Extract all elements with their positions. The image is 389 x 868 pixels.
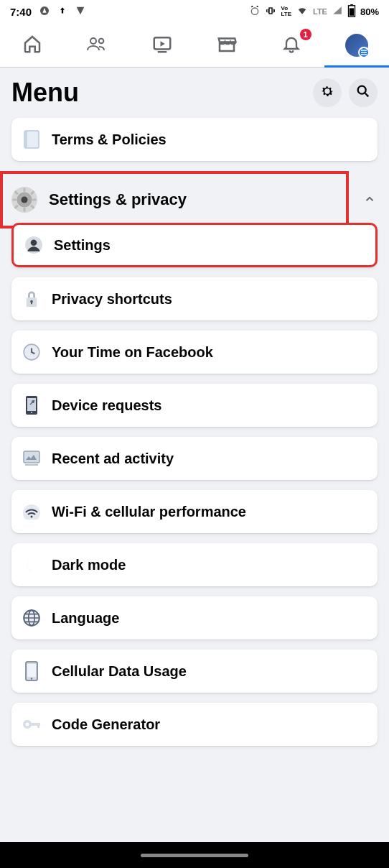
moon-icon <box>22 555 42 575</box>
tab-notifications[interactable]: 1 <box>259 23 324 67</box>
svg-point-6 <box>90 38 96 44</box>
alarm-icon <box>249 5 261 19</box>
search-icon <box>355 83 371 102</box>
svg-point-7 <box>99 38 104 43</box>
clock-icon <box>22 342 42 362</box>
wifi-icon <box>296 6 309 18</box>
globe-icon <box>22 608 42 628</box>
bell-icon <box>281 34 301 57</box>
language-label: Language <box>52 610 119 627</box>
svg-rect-25 <box>31 302 32 305</box>
ad-icon <box>22 448 42 468</box>
key-icon <box>22 714 42 734</box>
settings-icon <box>24 235 44 255</box>
privacy-shortcuts-label: Privacy shortcuts <box>52 291 172 308</box>
svg-rect-20 <box>30 190 34 195</box>
tab-friends[interactable] <box>65 23 129 67</box>
svg-rect-2 <box>269 8 272 14</box>
tab-watch[interactable] <box>130 23 194 67</box>
recent-ad-item[interactable]: Recent ad activity <box>11 437 378 480</box>
nav-pill[interactable] <box>141 854 248 857</box>
notif-badge: 1 <box>300 29 311 40</box>
friends-icon <box>85 33 108 57</box>
avatar <box>345 34 368 57</box>
network-type-label: LTE <box>313 7 327 16</box>
device-requests-item[interactable]: Device requests <box>11 384 378 427</box>
svg-rect-13 <box>24 188 26 193</box>
svg-rect-28 <box>27 398 36 411</box>
lock-icon <box>22 289 42 309</box>
status-app-icon-2 <box>75 5 86 19</box>
tab-menu[interactable] <box>324 23 389 67</box>
signal-icon <box>332 6 343 18</box>
cellular-icon <box>22 661 42 681</box>
svg-rect-38 <box>27 664 36 677</box>
svg-point-12 <box>22 197 28 203</box>
tab-bar: 1 <box>0 23 389 68</box>
wifi-cellular-label: Wi-Fi & cellular performance <box>52 504 246 520</box>
gear-icon <box>319 83 335 102</box>
svg-rect-19 <box>14 205 19 209</box>
svg-point-29 <box>31 412 32 413</box>
marketplace-icon <box>216 33 238 57</box>
svg-rect-43 <box>37 723 39 728</box>
privacy-shortcuts-item[interactable]: Privacy shortcuts <box>11 277 378 320</box>
svg-rect-32 <box>25 464 38 466</box>
svg-point-1 <box>252 8 258 14</box>
settings-button[interactable] <box>313 78 342 107</box>
settings-privacy-label: Settings & privacy <box>49 190 334 209</box>
your-time-item[interactable]: Your Time on Facebook <box>11 331 378 374</box>
language-item[interactable]: Language <box>11 596 378 640</box>
status-app-icon-1 <box>39 5 50 19</box>
chevron-up-icon[interactable] <box>363 193 376 208</box>
menu-header: Menu <box>0 68 389 118</box>
system-nav-bar <box>0 842 389 868</box>
content: Terms & Policies Settings & privacy Sett… <box>0 118 389 746</box>
device-requests-label: Device requests <box>52 397 161 414</box>
wifi-perf-icon <box>22 502 42 522</box>
svg-rect-18 <box>30 205 34 209</box>
terms-policies-label: Terms & Policies <box>52 131 167 148</box>
phone-icon <box>22 395 42 415</box>
tab-home[interactable] <box>0 23 65 67</box>
dark-mode-label: Dark mode <box>52 557 126 573</box>
svg-point-9 <box>358 86 366 94</box>
svg-point-41 <box>26 723 29 726</box>
menu-badge-icon <box>358 47 370 58</box>
terms-policies-item[interactable]: Terms & Policies <box>11 118 378 161</box>
upload-icon <box>57 5 67 19</box>
svg-rect-5 <box>350 8 354 15</box>
watch-icon <box>151 33 173 57</box>
recent-ad-label: Recent ad activity <box>52 451 174 467</box>
your-time-label: Your Time on Facebook <box>52 344 213 361</box>
search-button[interactable] <box>349 78 378 107</box>
svg-rect-17 <box>14 190 19 195</box>
page-title: Menu <box>11 78 79 108</box>
svg-rect-31 <box>24 451 39 463</box>
status-left: 7:40 <box>10 5 86 19</box>
status-time: 7:40 <box>10 6 32 18</box>
tab-marketplace[interactable] <box>194 23 259 67</box>
battery-percentage: 80% <box>360 6 379 17</box>
battery-icon <box>347 4 356 19</box>
cellular-data-item[interactable]: Cellular Data Usage <box>11 650 378 693</box>
wifi-cellular-item[interactable]: Wi-Fi & cellular performance <box>11 490 378 533</box>
svg-point-34 <box>31 516 33 518</box>
status-bar: 7:40 VoLTE LTE 80% <box>0 0 389 23</box>
vibrate-icon <box>265 5 276 19</box>
settings-item[interactable]: Settings <box>11 223 378 267</box>
cellular-data-label: Cellular Data Usage <box>52 663 187 680</box>
policies-icon <box>22 129 42 149</box>
settings-privacy-section[interactable]: Settings & privacy <box>0 171 349 228</box>
settings-label: Settings <box>54 237 111 254</box>
svg-rect-4 <box>350 4 353 6</box>
svg-rect-16 <box>32 199 37 201</box>
svg-rect-14 <box>24 208 26 212</box>
code-generator-item[interactable]: Code Generator <box>11 703 378 746</box>
section-gear-icon <box>11 187 37 213</box>
dark-mode-item[interactable]: Dark mode <box>11 543 378 586</box>
status-right: VoLTE LTE 80% <box>249 4 379 19</box>
svg-point-22 <box>31 239 37 246</box>
svg-rect-11 <box>24 131 27 148</box>
svg-point-39 <box>31 678 32 679</box>
